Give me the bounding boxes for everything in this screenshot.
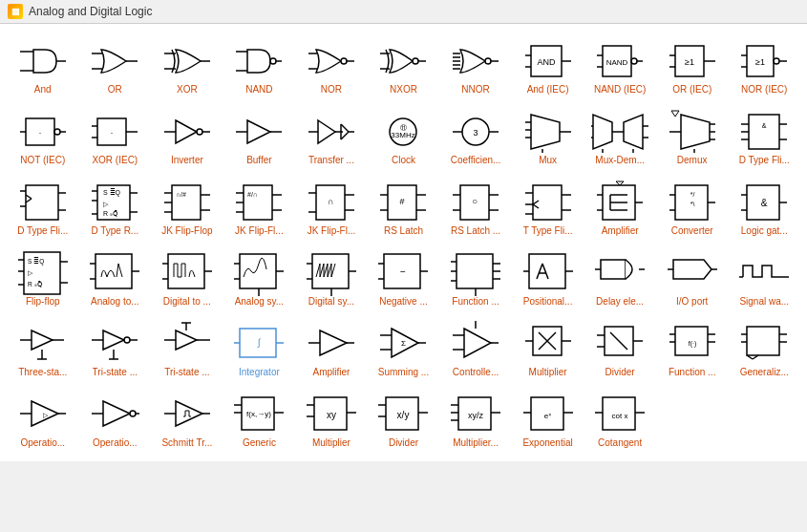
multiplier-2-symbol[interactable]: xy Multiplier (296, 385, 367, 454)
svg-point-15 (341, 58, 347, 64)
jk-flip-flop[interactable]: ∩/# JK Flip-Flop (152, 173, 223, 242)
svg-marker-68 (318, 120, 335, 143)
svg-rect-288 (747, 327, 779, 355)
svg-rect-220 (457, 254, 493, 288)
rs-latch-2[interactable]: ○ RS Latch ... (440, 173, 511, 242)
three-sta-symbol[interactable]: Three-sta... (8, 314, 78, 383)
svg-text:*/: */ (690, 191, 694, 198)
svg-marker-251 (176, 330, 197, 350)
delay-ele-symbol[interactable]: Delay ele... (584, 244, 655, 312)
svg-text:−: − (401, 266, 407, 277)
controller-symbol[interactable]: Controlle... (440, 314, 511, 383)
transfer-gate[interactable]: Transfer ... (296, 102, 367, 171)
summing-symbol[interactable]: Σ Summing ... (369, 314, 439, 383)
converter-symbol[interactable]: */ *\ Converter (657, 173, 728, 242)
and-iec-gate[interactable]: AND And (IEC) (513, 32, 584, 100)
svg-marker-65 (247, 120, 270, 143)
svg-marker-88 (624, 115, 643, 149)
nxor-gate[interactable]: NXOR (369, 32, 439, 100)
multiplier-3-symbol[interactable]: xy/z Multiplier... (440, 385, 511, 454)
buffer-gate[interactable]: Buffer (224, 102, 295, 171)
d-type-fli-1[interactable]: & D Type Fli... (729, 102, 799, 171)
exponential-symbol[interactable]: eˣ Exponential (513, 385, 584, 454)
or-gate[interactable]: OR (80, 32, 151, 100)
jk-flip-fl-2[interactable]: ∩ JK Flip-Fl... (296, 173, 367, 242)
xor-gate[interactable]: XOR (152, 32, 223, 100)
analog-to-symbol[interactable]: Analog to... (80, 244, 151, 312)
coefficient-symbol[interactable]: 3 Coefficien... (440, 102, 511, 171)
svg-line-71 (341, 132, 349, 139)
nor-gate[interactable]: NOR (296, 32, 367, 100)
digital-to-symbol[interactable]: Digital to ... (152, 244, 223, 312)
d-type-r[interactable]: S ≣Q ▷ R ₐQ̄ D Type R... (80, 173, 151, 242)
analog-sy-symbol[interactable]: Analog sy... (224, 244, 295, 312)
signal-wa-symbol[interactable]: Signal wa... (729, 244, 799, 312)
svg-marker-300 (103, 401, 130, 426)
symbol-grid: And OR XOR (0, 24, 807, 461)
nnor-gate[interactable]: NNOR (440, 32, 511, 100)
divider-1-symbol[interactable]: Divider (584, 314, 655, 383)
svg-text:&: & (761, 198, 768, 208)
positional-symbol[interactable]: Positional... (513, 244, 584, 312)
svg-text:*\: *\ (690, 201, 694, 207)
inverter-gate[interactable]: Inverter (152, 102, 223, 171)
svg-point-19 (413, 58, 418, 64)
svg-text:S ≣Q: S ≣Q (28, 257, 44, 266)
svg-point-37 (631, 58, 637, 64)
svg-point-11 (270, 58, 276, 64)
integrator-symbol[interactable]: ∫ Integrator (224, 314, 295, 383)
function-2-symbol[interactable]: f(·) Function ... (657, 314, 728, 383)
svg-text:f(x,→y): f(x,→y) (247, 410, 272, 418)
divider-2-symbol[interactable]: x/y Divider (369, 385, 439, 454)
amplifier-symbol[interactable]: Amplifier (584, 173, 655, 242)
nand-iec-gate[interactable]: NAND NAND (IEC) (584, 32, 655, 100)
digital-sy-symbol[interactable]: Digital sy... (296, 244, 367, 312)
io-port-symbol[interactable]: I/O port (657, 244, 728, 312)
jk-flip-fl-1[interactable]: #/∩ JK Flip-Fl... (224, 173, 295, 242)
not-iec-gate[interactable]: · NOT (IEC) (8, 102, 78, 171)
mux-dem-symbol[interactable]: Mux-Dem... (584, 102, 655, 171)
cotangent-symbol[interactable]: cot x Cotangent (584, 385, 655, 454)
svg-rect-197 (96, 254, 132, 288)
svg-text:AND: AND (537, 57, 556, 67)
clock-symbol[interactable]: ⑪ 33MHz Clock (369, 102, 439, 171)
rs-latch[interactable]: # RS Latch (369, 173, 439, 242)
tri-state-2[interactable]: Tri-state ... (152, 314, 223, 383)
d-type-fli-2[interactable]: D Type Fli... (8, 173, 78, 242)
operatio-1-symbol[interactable]: ▷ Operatio... (8, 385, 78, 454)
or-iec-gate[interactable]: ≥1 OR (IEC) (657, 32, 728, 100)
svg-text:x/y: x/y (397, 410, 410, 420)
svg-marker-103 (671, 111, 679, 117)
schmitt-tr-symbol[interactable]: Schmitt Tr... (152, 385, 223, 454)
t-type-fli[interactable]: T Type Fli... (513, 173, 584, 242)
svg-rect-231 (601, 260, 626, 279)
nor-iec-gate[interactable]: ≥1 NOR (IEC) (729, 32, 799, 100)
svg-rect-111 (26, 185, 58, 220)
and-gate[interactable]: And (8, 32, 78, 100)
flip-flop-symbol[interactable]: S ≣Q ▷ R ₐQ̄ Flip-flop (8, 244, 78, 312)
nand-gate[interactable]: NAND (224, 32, 295, 100)
svg-marker-260 (320, 330, 347, 355)
svg-text:·: · (39, 128, 42, 138)
function-symbol[interactable]: Function ... (440, 244, 511, 312)
multiplier-1-symbol[interactable]: Multiplier (513, 314, 584, 383)
svg-marker-240 (32, 330, 53, 350)
xor-iec-gate[interactable]: · XOR (IEC) (80, 102, 151, 171)
demux-symbol[interactable]: Demux (657, 102, 728, 171)
generic-symbol[interactable]: f(x,→y) Generic (224, 385, 295, 454)
logic-gate-symbol[interactable]: & Logic gat... (729, 173, 799, 242)
negative-symbol[interactable]: − Negative ... (369, 244, 439, 312)
mux-symbol[interactable]: Mux (513, 102, 584, 171)
svg-text:xy: xy (327, 410, 336, 420)
svg-point-26 (485, 58, 491, 64)
svg-text:Σ: Σ (401, 339, 406, 348)
generaliz-symbol[interactable]: Generaliz... (729, 314, 799, 383)
svg-marker-234 (673, 260, 711, 279)
operatio-2-symbol[interactable]: Operatio... (80, 385, 151, 454)
title-text: Analog and Digital Logic (29, 5, 152, 18)
svg-rect-228 (529, 254, 565, 288)
svg-marker-87 (593, 115, 612, 149)
svg-text:≥1: ≥1 (755, 57, 765, 67)
tri-state-1[interactable]: Tri-state ... (80, 314, 151, 383)
amplifier-2-symbol[interactable]: Amplifier (296, 314, 367, 383)
